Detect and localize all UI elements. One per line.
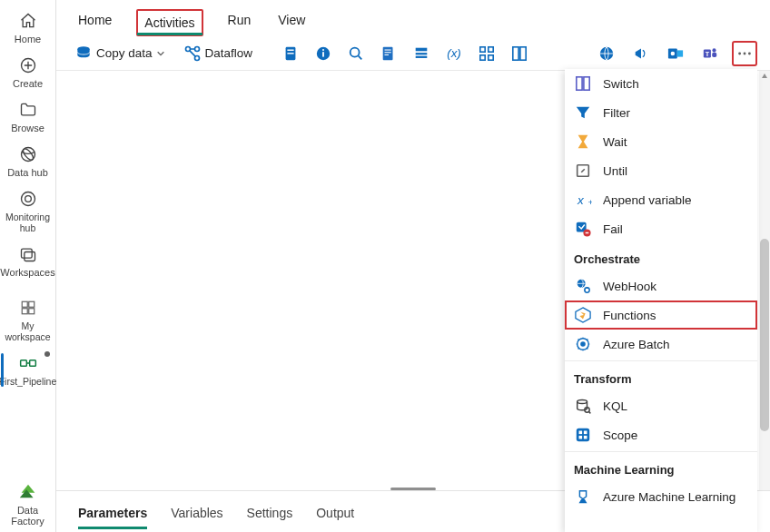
left-nav: Home Create Browse Data hub Monitoring h… (0, 0, 56, 532)
menu-fail[interactable]: Fail (565, 214, 757, 243)
switch-icon (574, 74, 592, 93)
teams-icon[interactable]: T (697, 41, 723, 66)
plus-circle-icon (15, 54, 41, 76)
web-activity-icon[interactable] (594, 41, 619, 66)
svg-text:T: T (706, 49, 710, 57)
tab-variables[interactable]: Variables (171, 495, 222, 529)
menu-azure-batch[interactable]: Azure Batch (565, 330, 757, 359)
dataflow-label: Dataflow (205, 46, 253, 60)
notebook-activity-icon[interactable] (278, 41, 303, 66)
svg-rect-12 (29, 360, 35, 367)
outlook-icon[interactable] (663, 41, 688, 66)
menu-kql[interactable]: KQL (565, 391, 757, 420)
svg-rect-8 (28, 301, 34, 307)
copy-data-button[interactable]: Copy data (69, 43, 171, 64)
azure-ml-icon (574, 488, 592, 506)
svg-rect-28 (416, 47, 428, 51)
more-activities-button[interactable] (732, 41, 757, 66)
svg-rect-34 (480, 54, 485, 59)
set-variable-activity-icon[interactable]: (x) (441, 41, 467, 66)
menu-wait[interactable]: Wait (565, 127, 757, 156)
svg-rect-29 (416, 53, 428, 54)
nav-datafactory-label: Data Factory (1, 505, 55, 527)
svg-point-4 (25, 196, 31, 202)
svg-point-48 (748, 52, 751, 54)
menu-switch[interactable]: Switch (565, 69, 757, 98)
wait-icon (574, 133, 592, 151)
menu-filter[interactable]: Filter (565, 98, 757, 127)
nav-first-pipeline-label: First_Pipeline (0, 376, 56, 387)
nav-workspaces[interactable]: Workspaces (1, 239, 55, 283)
svg-rect-49 (577, 77, 582, 90)
menu-webhook[interactable]: WebHook (565, 271, 757, 300)
svg-rect-65 (579, 436, 583, 439)
nav-monitoring[interactable]: Monitoring hub (1, 183, 55, 239)
datahub-icon (15, 143, 41, 165)
svg-rect-24 (383, 46, 393, 59)
data-factory-icon (15, 481, 41, 503)
lookup-activity-icon[interactable] (343, 41, 369, 66)
nav-workspaces-label: Workspaces (0, 267, 54, 278)
if-activity-icon[interactable] (507, 41, 532, 66)
nav-home[interactable]: Home (1, 5, 55, 50)
script-activity-icon[interactable] (376, 41, 401, 66)
tab-output[interactable]: Output (316, 495, 354, 529)
svg-rect-64 (584, 431, 587, 435)
section-transform: Transform (565, 363, 757, 391)
svg-rect-36 (513, 46, 518, 59)
svg-point-23 (350, 47, 360, 56)
nav-my-workspace[interactable]: My workspace (1, 292, 55, 348)
nav-first-pipeline[interactable]: First_Pipeline (1, 348, 55, 392)
svg-rect-63 (579, 431, 583, 435)
svg-point-22 (322, 48, 324, 50)
tab-parameters[interactable]: Parameters (78, 495, 147, 529)
svg-rect-10 (28, 309, 34, 314)
section-ml: Machine Learning (565, 454, 757, 482)
tab-view[interactable]: View (276, 5, 307, 35)
svg-rect-35 (489, 54, 493, 59)
nav-myworkspace-label: My workspace (1, 320, 55, 342)
workspaces-icon (15, 243, 41, 265)
nav-create[interactable]: Create (1, 50, 55, 94)
nav-data-factory[interactable]: Data Factory (1, 477, 55, 532)
svg-rect-30 (416, 55, 428, 57)
menu-until[interactable]: Until (565, 156, 757, 185)
activities-toolbar: Copy data Dataflow (x) T (56, 36, 770, 71)
svg-rect-50 (584, 77, 589, 90)
dataflow-button[interactable]: Dataflow (178, 43, 259, 64)
nav-browse[interactable]: Browse (1, 94, 55, 139)
svg-point-46 (738, 52, 741, 54)
svg-rect-11 (20, 360, 26, 367)
stored-proc-activity-icon[interactable] (409, 41, 434, 66)
svg-text:+: + (587, 197, 592, 207)
svg-point-44 (712, 48, 716, 52)
nav-datahub-label: Data hub (7, 167, 48, 178)
until-icon (574, 162, 592, 180)
svg-rect-45 (712, 52, 716, 56)
nav-create-label: Create (13, 78, 43, 89)
svg-rect-32 (480, 46, 485, 51)
tab-run[interactable]: Run (226, 5, 253, 35)
menu-functions[interactable]: Functions (565, 300, 757, 330)
svg-rect-62 (577, 429, 589, 441)
split-handle[interactable] (390, 488, 436, 490)
announce-icon[interactable] (628, 41, 654, 66)
tab-home[interactable]: Home (76, 5, 114, 35)
menu-append-variable[interactable]: x+ Append variable (565, 185, 757, 214)
svg-point-16 (194, 46, 199, 51)
svg-rect-25 (385, 49, 391, 50)
tab-activities[interactable]: Activities (137, 10, 202, 35)
vertical-scrollbar[interactable] (759, 71, 770, 490)
scope-icon (574, 426, 592, 444)
scroll-up-icon (761, 73, 768, 80)
tab-settings[interactable]: Settings (247, 495, 293, 529)
info-activity-icon[interactable] (311, 41, 336, 66)
svg-rect-26 (385, 52, 391, 53)
foreach-activity-icon[interactable] (474, 41, 499, 66)
nav-datahub[interactable]: Data hub (1, 139, 55, 183)
grid-icon (15, 297, 41, 319)
menu-azure-ml[interactable]: Azure Machine Learning (565, 482, 757, 511)
svg-point-3 (21, 192, 35, 206)
svg-rect-7 (22, 301, 27, 307)
menu-scope[interactable]: Scope (565, 420, 757, 449)
